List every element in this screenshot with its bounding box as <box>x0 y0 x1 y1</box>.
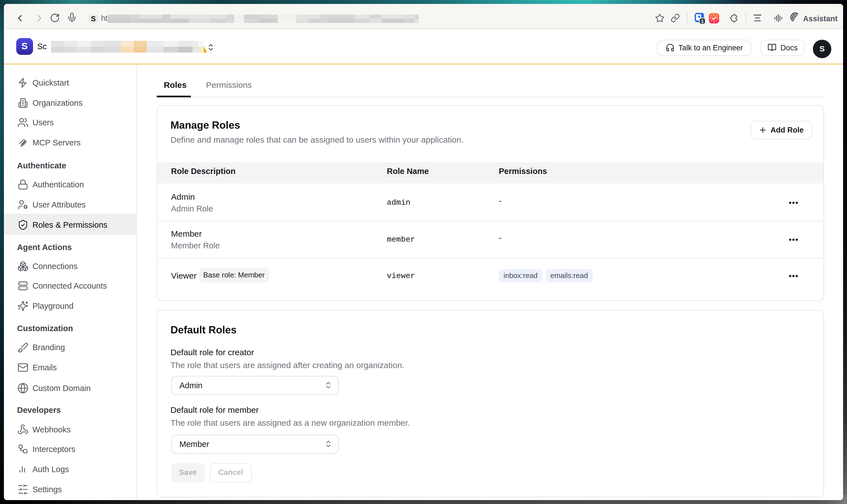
svg-text:1: 1 <box>701 18 704 24</box>
